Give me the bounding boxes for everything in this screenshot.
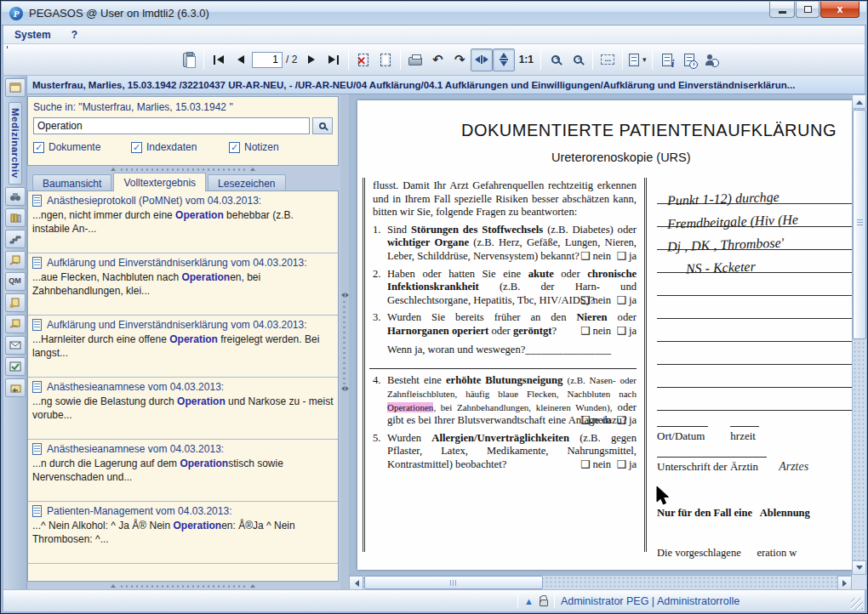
dropdown-arrow-icon[interactable]: ▾: [642, 55, 647, 64]
select-page-button[interactable]: [374, 48, 397, 71]
close-button[interactable]: x: [820, 2, 859, 18]
result-title: Anästhesieanamnese vom 04.03.2013:: [47, 443, 224, 455]
checkbox-checked-icon[interactable]: ✓: [33, 142, 44, 153]
new-document-button[interactable]: [5, 293, 26, 312]
document-viewer[interactable]: DOKUMENTIERTE PATIENTENAUFKLÄRUNG Ureter…: [349, 94, 866, 589]
export-document-button[interactable]: [5, 315, 26, 333]
checkbox-indexdaten[interactable]: ✓ Indexdaten: [131, 141, 229, 153]
document-subtitle: Ureterorenoskopie (URS): [551, 151, 866, 164]
answer-checkboxes: ❑ nein ❑ ja: [580, 458, 637, 472]
search-button-sidebar[interactable]: [5, 187, 26, 206]
qm-button[interactable]: QM: [5, 272, 26, 291]
checkbox-notizen[interactable]: ✓ Notizen: [229, 141, 279, 153]
result-tabs: Baumansicht Volltextergebnis Lesezeichen: [27, 173, 339, 191]
result-item[interactable]: Aufklärung und Einverständniserklärung v…: [28, 316, 338, 378]
restore-button[interactable]: [796, 2, 819, 18]
view-mode-button[interactable]: ▾: [626, 48, 648, 71]
zoom-out-button[interactable]: −: [567, 48, 589, 71]
rotate-left-button[interactable]: ↶: [426, 48, 448, 71]
question-3: 3. ❑ nein ❑ ja Wurden Sie bereits früher…: [373, 311, 637, 356]
fit-height-icon: [500, 53, 508, 66]
result-item[interactable]: Anästhesieanamnese vom 04.03.2013: ...ng…: [28, 378, 338, 440]
menu-help[interactable]: ?: [71, 29, 77, 41]
question-4: 4. ❑ nein ❑ ja Besteht eine erhöhte Blut…: [373, 374, 637, 427]
document-intro: flusst. Damit Ihr Arzt Gefahrenquellen r…: [373, 179, 637, 219]
scroll-down-button[interactable]: [852, 560, 866, 575]
ruled-line: [657, 319, 866, 342]
result-item[interactable]: Aufklärung und Einverständniserklärung v…: [28, 253, 338, 316]
printer-icon: [408, 57, 422, 65]
result-item[interactable]: Patienten-Management vom 04.03.2013: ...…: [28, 502, 338, 564]
checkbox-checked-icon[interactable]: ✓: [131, 142, 142, 153]
result-snippet: ...ngen, nicht immer durch eine Operatio…: [32, 209, 334, 236]
fit-height-button[interactable]: [493, 48, 515, 71]
first-page-button[interactable]: [208, 48, 230, 71]
tab-lesezeichen[interactable]: Lesezeichen: [208, 174, 285, 191]
marquee-zoom-button[interactable]: ...: [597, 48, 619, 71]
left-sidebar: Medizinarchiv QM: [3, 76, 27, 589]
menu-system[interactable]: System: [14, 29, 51, 41]
search-submit-button[interactable]: [312, 117, 333, 134]
sidebar-tab-medizinarchiv[interactable]: Medizinarchiv: [9, 102, 22, 185]
scroll-left-button[interactable]: [349, 576, 363, 589]
fit-width-button[interactable]: [471, 48, 493, 71]
mail-button[interactable]: [5, 336, 26, 355]
vertical-scroll-thumb[interactable]: [853, 110, 866, 339]
rotate-left-icon: ↶: [432, 54, 443, 66]
minimize-button[interactable]: [769, 2, 795, 18]
zoom-in-button[interactable]: +: [545, 48, 567, 71]
resize-grip[interactable]: [851, 598, 863, 610]
collapse-statusbar-button[interactable]: ▲: [524, 596, 534, 606]
tab-volltextergebnis[interactable]: Volltextergebnis: [113, 173, 206, 191]
title-bar[interactable]: P PEGASOS @ User on lmdtli2 (6.3.0) x: [2, 2, 866, 26]
viewer-vertical-scrollbar[interactable]: [852, 94, 866, 575]
document-history-button[interactable]: [678, 48, 700, 71]
checkbox-dokumente[interactable]: ✓ Dokumente: [33, 141, 131, 153]
horizontal-scroll-thumb[interactable]: [364, 576, 543, 589]
note-title: Nur für den Fall eine Ablennung: [657, 507, 866, 520]
folder-back-icon: [9, 383, 21, 393]
tasks-button[interactable]: [5, 357, 26, 376]
search-panel: Suche in: "Musterfrau, Marlies, 15.03.19…: [27, 96, 339, 166]
archive-button[interactable]: [5, 208, 26, 227]
scroll-up-button[interactable]: [852, 94, 866, 109]
rotate-right-button[interactable]: ↷: [448, 48, 471, 71]
result-item[interactable]: Anästhesieprotokoll (PoMNet) vom 04.03.2…: [28, 191, 338, 253]
viewer-horizontal-scrollbar[interactable]: [349, 575, 852, 589]
collapse-left-icon[interactable]: [339, 293, 345, 298]
user-history-button[interactable]: [700, 48, 722, 71]
arrow-right-icon: [842, 580, 850, 587]
ruled-line: Fremdbeitgale (Hiv (He: [657, 204, 866, 227]
collapse-left-icon[interactable]: [339, 386, 345, 391]
previous-page-button[interactable]: [230, 48, 252, 71]
copy-to-clipboard-button[interactable]: [178, 48, 200, 71]
next-page-button[interactable]: [300, 48, 323, 71]
tab-baumansicht[interactable]: Baumansicht: [32, 174, 111, 191]
next-page-icon: [308, 55, 315, 64]
checkbox-checked-icon[interactable]: ✓: [229, 142, 240, 153]
document-info-button[interactable]: i: [656, 48, 678, 71]
document-icon: [32, 381, 42, 393]
splitter-grip[interactable]: [342, 299, 347, 384]
result-item[interactable]: Anästhesieanamnese vom 04.03.2013: ...n …: [28, 440, 338, 502]
horizontal-splitter[interactable]: [27, 166, 339, 173]
document-history-icon: [684, 54, 694, 66]
document-info-icon: i: [662, 54, 672, 66]
print-button[interactable]: [404, 48, 426, 71]
vertical-splitter[interactable]: [340, 94, 349, 589]
rotate-right-icon: ↷: [454, 54, 465, 66]
horizontal-splitter[interactable]: [27, 583, 339, 589]
workflow-button[interactable]: [5, 230, 26, 248]
page-number-input[interactable]: [252, 52, 283, 68]
ort-datum-row: Ort/Datum hrzeit: [657, 426, 866, 443]
scroll-right-button[interactable]: [837, 576, 852, 589]
checkout-document-button[interactable]: [5, 251, 26, 270]
delete-page-button[interactable]: ✕: [352, 48, 374, 71]
search-input[interactable]: [33, 117, 310, 134]
document-icon: [32, 257, 42, 269]
back-button-sidebar[interactable]: [5, 378, 26, 397]
zoom-original-button[interactable]: 1:1: [515, 48, 537, 71]
last-page-button[interactable]: [323, 48, 345, 71]
search-scope-label: Suche in: "Musterfrau, Marlies, 15.03.19…: [33, 101, 333, 113]
panel-toggle-button[interactable]: [5, 78, 26, 97]
